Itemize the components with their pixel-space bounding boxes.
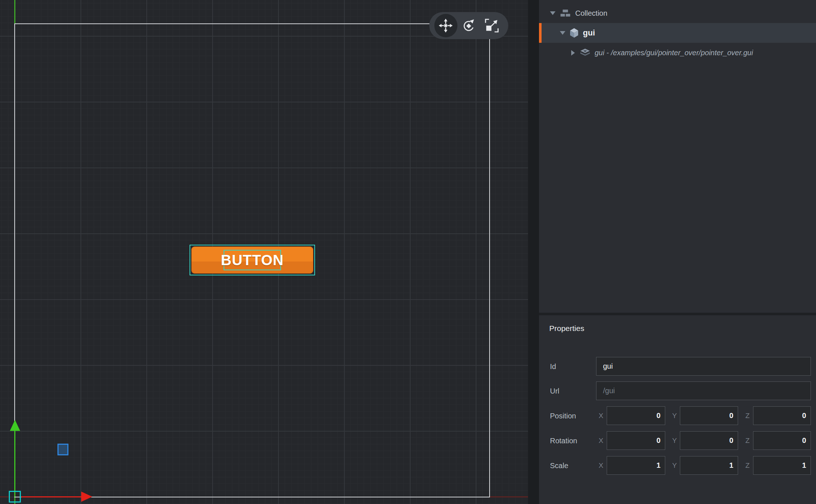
- rotation-x-label: X: [599, 437, 603, 445]
- y-axis-arrow-icon[interactable]: [10, 420, 20, 431]
- position-property-row: Position X Y Z: [539, 406, 816, 425]
- rotate-icon: [462, 19, 476, 33]
- rotation-z-input[interactable]: [753, 431, 811, 450]
- scale-z-input[interactable]: [753, 456, 811, 475]
- scene-button-text-node[interactable]: BUTTON: [224, 250, 281, 270]
- position-y-input[interactable]: [680, 406, 738, 425]
- tree-label-collection: Collection: [575, 9, 607, 18]
- right-panel: Collection gui: [539, 0, 816, 504]
- id-input[interactable]: [596, 357, 811, 376]
- editor-window: BUTTON: [0, 0, 816, 504]
- url-property-row: Url: [539, 381, 816, 400]
- scale-y-input[interactable]: [680, 456, 738, 475]
- scene-canvas[interactable]: BUTTON: [0, 0, 528, 504]
- tree-row-gui-reference[interactable]: gui - /examples/gui/pointer_over/pointer…: [539, 43, 816, 63]
- outline-tree: Collection gui: [539, 0, 816, 313]
- expand-arrow-down-icon[interactable]: [550, 11, 555, 15]
- id-property-row: Id: [539, 357, 816, 376]
- y-axis-line: [14, 0, 15, 23]
- scale-icon: [485, 19, 499, 33]
- tree-label-gui: gui: [583, 28, 595, 38]
- origin-move-handle[interactable]: [9, 491, 21, 503]
- rotation-property-row: Rotation X Y Z: [539, 431, 816, 450]
- rotation-z-label: Z: [745, 437, 750, 445]
- x-axis-line-right: [490, 496, 528, 497]
- url-label: Url: [550, 387, 559, 395]
- scale-property-row: Scale X Y Z: [539, 456, 816, 475]
- position-x-input[interactable]: [607, 406, 665, 425]
- position-y-label: Y: [672, 412, 677, 420]
- scale-label: Scale: [550, 461, 568, 470]
- manipulator-toolbar: [429, 12, 508, 39]
- collection-icon: [560, 9, 571, 18]
- x-axis-arrow-icon[interactable]: [81, 492, 92, 502]
- tree-row-gui[interactable]: gui: [539, 23, 816, 43]
- node-anchor-marker: [57, 444, 68, 455]
- cube-icon: [570, 28, 579, 38]
- scene-button-label: BUTTON: [221, 252, 284, 268]
- url-input[interactable]: [596, 381, 811, 400]
- x-axis-line-left: [0, 496, 10, 497]
- x-axis-gizmo-line[interactable]: [21, 496, 83, 497]
- properties-title: Properties: [549, 324, 584, 333]
- position-z-label: Z: [745, 412, 750, 420]
- position-z-input[interactable]: [753, 406, 811, 425]
- move-tool-button[interactable]: [434, 14, 457, 37]
- scene-button-node[interactable]: BUTTON: [190, 245, 315, 275]
- tree-row-collection[interactable]: Collection: [539, 3, 816, 23]
- move-icon: [439, 19, 453, 33]
- position-x-label: X: [599, 412, 603, 420]
- rotation-x-input[interactable]: [607, 431, 665, 450]
- rotation-y-label: Y: [672, 437, 677, 445]
- rotation-y-input[interactable]: [680, 431, 738, 450]
- properties-panel: Properties Id Url Position X Y Z: [539, 315, 816, 504]
- scale-x-input[interactable]: [607, 456, 665, 475]
- scale-z-label: Z: [745, 462, 750, 470]
- rotation-label: Rotation: [550, 436, 577, 445]
- scale-y-label: Y: [672, 462, 677, 470]
- expand-arrow-right-icon[interactable]: [570, 50, 576, 56]
- layers-icon: [580, 49, 590, 57]
- position-label: Position: [550, 411, 576, 420]
- rotate-tool-button[interactable]: [457, 14, 480, 37]
- panel-divider[interactable]: [528, 0, 539, 504]
- tree-label-gui-reference: gui - /examples/gui/pointer_over/pointer…: [595, 49, 753, 57]
- selection-accent-bar: [539, 23, 542, 43]
- scale-tool-button[interactable]: [480, 14, 503, 37]
- scale-x-label: X: [599, 462, 603, 470]
- y-axis-gizmo-line[interactable]: [14, 430, 15, 497]
- id-label: Id: [550, 362, 556, 371]
- tree-properties-separator[interactable]: [539, 313, 816, 315]
- expand-arrow-down-icon[interactable]: [560, 31, 565, 35]
